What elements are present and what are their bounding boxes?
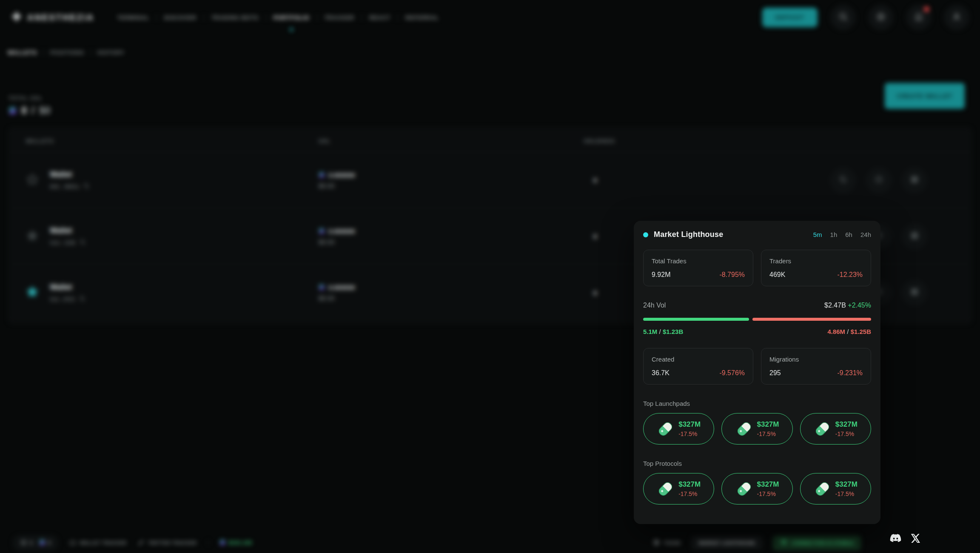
- panel-title: Market Lighthouse: [654, 230, 723, 239]
- grid-icon: [910, 231, 919, 242]
- launchpad-card[interactable]: $327M-17.5%: [721, 413, 792, 445]
- sol-count: 0: [48, 540, 51, 545]
- wallet-tracker-button[interactable]: WALLET TRACKER: [69, 539, 126, 547]
- pill-icon: [657, 480, 674, 497]
- history-button[interactable]: [866, 168, 891, 193]
- favorite-star-icon[interactable]: [26, 285, 39, 300]
- buy-volume-bar: [643, 318, 749, 321]
- table-row[interactable]: Wallet 8hE...9MGo 0.000000 $0.00 0: [9, 152, 971, 208]
- withdraw-button[interactable]: [902, 168, 927, 193]
- pill-icon: [735, 420, 752, 437]
- top-protocols-label: Top Protocols: [643, 460, 871, 467]
- withdraw-button[interactable]: [902, 280, 927, 305]
- nav-separator: [266, 14, 266, 21]
- copy-address-icon[interactable]: [79, 296, 85, 303]
- nav-item-discover[interactable]: DISCOVER: [164, 14, 197, 21]
- status-bar: 3 0 WALLET TRACKER TWITTER TRACKER $131.…: [0, 533, 980, 553]
- favorites-button[interactable]: [869, 5, 893, 30]
- copy-address-icon[interactable]: [80, 239, 85, 246]
- notification-badge: [924, 6, 929, 12]
- nav-item-react[interactable]: REACT: [369, 14, 390, 21]
- stat-value: 36.7K: [652, 369, 669, 377]
- protocol-card[interactable]: $327M-17.5%: [643, 473, 714, 505]
- active-nav-dot: [290, 28, 293, 31]
- launchpad-card[interactable]: $327M-17.5%: [643, 413, 714, 445]
- theme-button[interactable]: THEME: [652, 539, 681, 547]
- volume-label: 24h Vol: [643, 302, 666, 309]
- create-wallet-button[interactable]: CREATE WALLET: [885, 83, 965, 109]
- market-lighthouse-button[interactable]: MARKET LIGHTHOUSE: [691, 536, 763, 550]
- total-sol-value: 0 / $0: [9, 105, 51, 117]
- favorite-star-icon[interactable]: [26, 173, 39, 188]
- wallet-address: 0xG...52f6: [50, 239, 75, 246]
- stat-change: -12.23%: [837, 271, 863, 279]
- twitter-tracker-button[interactable]: TWITTER TRACKER: [138, 539, 197, 547]
- nav-item-referral[interactable]: REFERRAL: [405, 14, 439, 21]
- nav-item-tracker[interactable]: TRACKER: [325, 14, 355, 21]
- timeframe-1h[interactable]: 1h: [830, 231, 838, 238]
- col-holdings: HOLDINGS: [584, 138, 954, 144]
- favorite-star-icon[interactable]: [26, 229, 39, 244]
- buy-sell-values: 5.1M / $1.23B 4.86M / $1.25B: [643, 328, 871, 335]
- nav-separator: [362, 14, 362, 21]
- nav-item-portfolio[interactable]: PORTFOLIO: [273, 14, 310, 21]
- launchpad-card[interactable]: $327M-17.5%: [800, 413, 871, 445]
- discord-icon[interactable]: [890, 534, 901, 544]
- social-links: [890, 533, 920, 545]
- copy-wallet-button[interactable]: [831, 168, 855, 193]
- box-count: 3: [30, 540, 33, 545]
- solana-icon: [319, 171, 325, 179]
- stats-row-2: Created 36.7K-9.576% Migrations 295-9.23…: [643, 348, 871, 385]
- row-actions: [831, 168, 927, 193]
- top-launchpads-row: $327M-17.5% $327M-17.5% $327M-17.5%: [643, 413, 871, 445]
- subnav-separator: [91, 49, 91, 56]
- sol-price: $131.143: [219, 540, 252, 546]
- wallet-name: Wallet: [50, 170, 89, 179]
- x-icon[interactable]: [911, 533, 920, 545]
- search-button[interactable]: [831, 5, 855, 30]
- app-window: ANESTHEZIA TERMINAL DISCOVER TRADING BOT…: [0, 0, 980, 553]
- bell-icon: [914, 12, 923, 23]
- profile-button[interactable]: [944, 5, 969, 30]
- nav-item-terminal[interactable]: TERMINAL: [117, 14, 149, 21]
- tab-wallets[interactable]: WALLETS: [8, 49, 37, 56]
- total-sol-label: TOTAL SOL: [9, 95, 43, 101]
- navbar-actions: DEPOSIT: [762, 5, 969, 30]
- nav-separator: [398, 14, 398, 21]
- protocol-card[interactable]: $327M-17.5%: [800, 473, 871, 505]
- nav-separator: [317, 14, 317, 21]
- timeframe-5m[interactable]: 5m: [813, 231, 822, 238]
- stat-label: Created: [652, 356, 745, 363]
- buy-sell-bar: [643, 318, 871, 321]
- stat-label: Traders: [769, 257, 863, 265]
- withdraw-button[interactable]: [902, 224, 927, 249]
- protocol-card[interactable]: $327M-17.5%: [721, 473, 792, 505]
- col-sol: SOL: [319, 138, 584, 144]
- connection-status: CONNECTION IS STABLE: [773, 536, 861, 550]
- top-launchpads-label: Top Launchpads: [643, 400, 871, 407]
- stat-card-created: Created 36.7K-9.576%: [643, 348, 753, 385]
- stat-card-migrations: Migrations 295-9.231%: [761, 348, 871, 385]
- timeframe-6h[interactable]: 6h: [845, 231, 852, 238]
- deposit-button[interactable]: DEPOSIT: [762, 8, 818, 27]
- nav-separator: [204, 14, 204, 21]
- stat-label: Migrations: [769, 356, 863, 363]
- sell-volume-bar: [752, 318, 871, 321]
- tab-positions[interactable]: POSITIONS: [50, 49, 84, 56]
- grid-icon: [910, 175, 919, 185]
- tab-history[interactable]: HISTORY: [97, 49, 125, 56]
- copy-icon: [839, 175, 847, 185]
- user-icon: [952, 12, 961, 23]
- stat-value: 295: [769, 369, 781, 377]
- timeframe-24h[interactable]: 24h: [860, 231, 871, 238]
- notifications-button[interactable]: [906, 5, 931, 30]
- volume-change: +2.45%: [848, 302, 871, 309]
- solana-icon: [39, 540, 45, 546]
- copy-address-icon[interactable]: [83, 183, 89, 190]
- brand[interactable]: ANESTHEZIA: [11, 11, 94, 24]
- volume-value: $2.47B +2.45%: [824, 302, 871, 309]
- market-lighthouse-panel: Market Lighthouse 5m 1h 6h 24h Total Tra…: [634, 221, 880, 524]
- col-wallets: WALLETS: [26, 138, 319, 144]
- nav-item-trading-bots[interactable]: TRADING BOTS: [211, 14, 259, 21]
- nav-separator: [157, 14, 157, 21]
